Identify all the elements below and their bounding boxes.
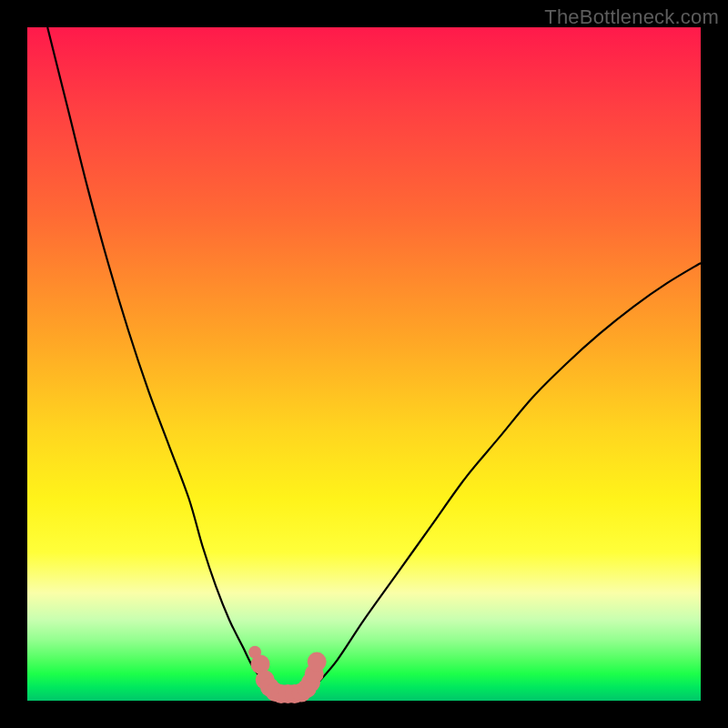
trough-markers xyxy=(248,646,327,703)
watermark-text: TheBottleneck.com xyxy=(544,5,719,29)
plot-area xyxy=(27,27,701,701)
trough-marker xyxy=(308,652,327,672)
chart-svg xyxy=(27,27,701,701)
bottleneck-curve xyxy=(47,27,701,694)
